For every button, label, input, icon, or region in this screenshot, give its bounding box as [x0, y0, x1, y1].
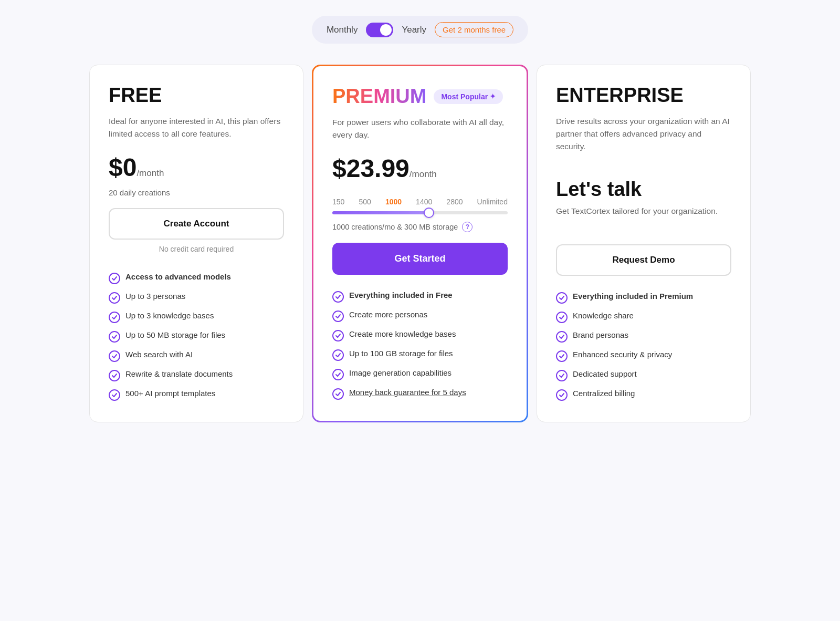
list-item: Up to 100 GB storage for files: [332, 349, 508, 361]
free-plan-card: FREE Ideal for anyone interested in AI, …: [89, 65, 303, 422]
billing-toggle-section: Monthly Yearly Get 2 months free: [312, 16, 528, 44]
feature-text: Up to 50 MB storage for files: [125, 330, 225, 339]
list-item: Image generation capabilities: [332, 368, 508, 380]
check-icon: [109, 389, 120, 401]
slider-thumb[interactable]: [424, 208, 434, 218]
slider-track[interactable]: [332, 211, 508, 214]
check-icon: [332, 349, 344, 361]
feature-text: Web search with AI: [125, 350, 193, 359]
check-icon: [109, 370, 120, 381]
list-item: Create more knowledge bases: [332, 329, 508, 341]
list-item: Everything included in Free: [332, 291, 508, 303]
feature-text: Centralized billing: [573, 389, 635, 398]
premium-cta-button[interactable]: Get Started: [332, 243, 508, 275]
premium-plan-desc: For power users who collaborate with AI …: [332, 116, 508, 141]
list-item: Rewrite & translate documents: [109, 369, 284, 381]
list-item: Brand personas: [556, 330, 731, 343]
check-icon: [109, 331, 120, 343]
slider-label: 1000: [385, 198, 402, 206]
feature-text: Everything included in Premium: [573, 292, 693, 301]
most-popular-badge: Most Popular ✦: [434, 89, 503, 104]
check-icon: [556, 292, 568, 304]
list-item: Everything included in Premium: [556, 292, 731, 304]
list-item: Create more personas: [332, 310, 508, 322]
list-item: Money back guarantee for 5 days: [332, 388, 508, 400]
premium-price-section: $23.99/month: [332, 154, 508, 183]
feature-text: Dedicated support: [573, 369, 637, 378]
slider-fill: [332, 211, 429, 214]
feature-text: Up to 100 GB storage for files: [349, 349, 453, 358]
feature-text: Image generation capabilities: [349, 368, 452, 377]
free-cta-note: No credit card required: [109, 245, 284, 253]
check-icon: [556, 389, 568, 401]
enterprise-cta-button[interactable]: Request Demo: [556, 244, 731, 276]
check-icon: [556, 350, 568, 362]
slider-info-text: 1000 creations/mo & 300 MB storage: [332, 223, 458, 231]
check-icon: [109, 273, 120, 284]
feature-text: Create more personas: [349, 310, 427, 319]
feature-text: 500+ AI prompt templates: [125, 389, 215, 398]
feature-text: Money back guarantee for 5 days: [349, 388, 466, 397]
feature-text: Everything included in Free: [349, 291, 453, 299]
slider-info: 1000 creations/mo & 300 MB storage ?: [332, 222, 508, 232]
premium-plan-title: PREMIUM: [332, 85, 426, 108]
slider-label: 2800: [446, 198, 463, 206]
enterprise-plan-desc: Drive results across your organization w…: [556, 115, 731, 153]
creations-slider-section: 150500100014002800Unlimited 1000 creatio…: [332, 198, 508, 232]
slider-labels: 150500100014002800Unlimited: [332, 198, 508, 206]
enterprise-plan-card: ENTERPRISE Drive results across your org…: [537, 65, 751, 422]
premium-period: /month: [410, 169, 437, 179]
list-item: Up to 3 knowledge bases: [109, 311, 284, 323]
check-icon: [332, 291, 344, 303]
slider-label: 500: [359, 198, 371, 206]
check-icon: [109, 350, 120, 362]
slider-label: Unlimited: [477, 198, 508, 206]
monthly-label: Monthly: [327, 25, 358, 35]
most-popular-label: Most Popular: [441, 92, 488, 101]
premium-price: $23.99: [332, 154, 410, 182]
check-icon: [332, 388, 344, 400]
list-item: 500+ AI prompt templates: [109, 389, 284, 401]
list-item: Up to 3 personas: [109, 292, 284, 304]
slider-label: 150: [332, 198, 344, 206]
feature-text: Create more knowledge bases: [349, 329, 456, 338]
feature-text: Access to advanced models: [125, 272, 231, 281]
check-icon: [556, 370, 568, 381]
free-cta-button[interactable]: Create Account: [109, 208, 284, 240]
list-item: Dedicated support: [556, 369, 731, 381]
enterprise-plan-title: ENTERPRISE: [556, 84, 731, 107]
list-item: Knowledge share: [556, 311, 731, 323]
info-icon[interactable]: ?: [462, 222, 472, 232]
list-item: Access to advanced models: [109, 272, 284, 284]
enterprise-features-list: Everything included in PremiumKnowledge …: [556, 292, 731, 401]
check-icon: [556, 312, 568, 323]
free-plan-title: FREE: [109, 84, 284, 107]
free-price-sub: 20 daily creations: [109, 188, 284, 197]
lets-talk-sub: Get TextCortex tailored for your organiz…: [556, 205, 731, 218]
check-icon: [109, 292, 120, 304]
free-period: /month: [136, 168, 164, 178]
free-months-badge[interactable]: Get 2 months free: [435, 22, 513, 37]
feature-text: Knowledge share: [573, 311, 634, 320]
feature-text: Up to 3 personas: [125, 292, 185, 301]
list-item: Up to 50 MB storage for files: [109, 330, 284, 343]
feature-text: Enhanced security & privacy: [573, 350, 672, 359]
free-price-section: $0/month: [109, 153, 284, 182]
feature-text: Rewrite & translate documents: [125, 369, 233, 378]
check-icon: [332, 310, 344, 322]
free-price: $0: [109, 153, 136, 181]
premium-plan-title-row: PREMIUM Most Popular ✦: [332, 85, 508, 108]
list-item: Centralized billing: [556, 389, 731, 401]
billing-toggle[interactable]: [366, 23, 393, 37]
check-icon: [332, 369, 344, 380]
most-popular-icon: ✦: [490, 92, 496, 100]
slider-label: 1400: [416, 198, 432, 206]
check-icon: [109, 312, 120, 323]
yearly-label: Yearly: [402, 25, 426, 35]
feature-text: Brand personas: [573, 330, 628, 339]
feature-text: Up to 3 knowledge bases: [125, 311, 214, 320]
premium-features-list: Everything included in FreeCreate more p…: [332, 291, 508, 400]
list-item: Enhanced security & privacy: [556, 350, 731, 362]
free-features-list: Access to advanced modelsUp to 3 persona…: [109, 272, 284, 401]
list-item: Web search with AI: [109, 350, 284, 362]
